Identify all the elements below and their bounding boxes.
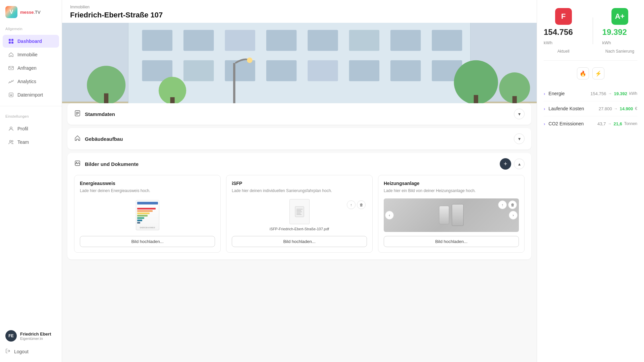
section-stammdaten: Stammdaten ▾ xyxy=(67,103,531,125)
energy-row-kosten[interactable]: › Laufende Kosten 27.800 → 14.900 € xyxy=(544,101,637,116)
kosten-value-new: 14.900 xyxy=(620,106,633,111)
bilder-dokumente-chevron[interactable]: ▴ xyxy=(514,159,525,169)
fire-mode-button[interactable]: 🔥 xyxy=(577,67,589,79)
doc-card-isfp: iSFP Lade hier deinen individuellen Sani… xyxy=(226,175,373,253)
svg-rect-19 xyxy=(432,30,462,51)
svg-rect-25 xyxy=(349,60,379,81)
mail-icon xyxy=(8,65,14,71)
energieausweis-subtitle: Lade hier deinen Energieausweis hoch. xyxy=(80,188,215,194)
isfp-upload-button[interactable]: Bild hochladen... xyxy=(232,236,367,247)
svg-point-37 xyxy=(247,58,252,63)
sidebar-settings-nav: Profil Team xyxy=(0,120,62,150)
gebaudeaufbau-chevron[interactable]: ▾ xyxy=(514,133,525,144)
property-image xyxy=(62,23,537,103)
stammdaten-header-left: Stammdaten xyxy=(74,110,115,118)
team-icon xyxy=(8,139,14,145)
co2-values: 43,7 → 21,6 Tonnen xyxy=(597,121,637,126)
svg-rect-14 xyxy=(225,30,255,51)
logout-item[interactable]: Logout xyxy=(3,345,59,358)
kosten-arrow-icon: → xyxy=(614,107,618,111)
sidebar-item-anfragen[interactable]: Anfragen xyxy=(3,62,59,74)
user-profile-row: FE Friedrich Ebert Eigentümer:in xyxy=(3,327,59,345)
sidebar-item-team[interactable]: Team xyxy=(3,136,59,148)
svg-point-7 xyxy=(10,140,11,142)
sections-wrapper: Stammdaten ▾ Gebäudeaufbau xyxy=(62,103,537,268)
property-title-bar: Immobilien Friedrich-Ebert-Straße 107 xyxy=(62,0,537,23)
energy-rows: › Energie 154.756 → 19.392 kWh › Laufend… xyxy=(544,86,637,131)
svg-rect-17 xyxy=(349,30,379,51)
doc-card-heizungsanlage: Heizungsanlage Lade hier ein Bild von de… xyxy=(378,175,525,253)
isfp-filename: iSFP-Friedrich-Ebert-Straße-107.pdf xyxy=(270,227,329,231)
bilder-dokumente-controls: + ▴ xyxy=(500,158,525,170)
gebaudeaufbau-header[interactable]: Gebäudeaufbau ▾ xyxy=(67,128,531,149)
doc-card-energieausweis: Energieausweis Lade hier deinen Energiea… xyxy=(74,175,221,253)
svg-rect-0 xyxy=(9,39,11,41)
stammdaten-header[interactable]: Stammdaten ▾ xyxy=(67,103,531,125)
bilder-dokumente-header[interactable]: Bilder und Dokumente + ▴ xyxy=(67,153,531,175)
energy-divider xyxy=(593,17,593,44)
energie-values: 154.756 → 19.392 kWh xyxy=(590,91,637,96)
svg-rect-26 xyxy=(390,60,421,81)
section-bilder-dokumente: Bilder und Dokumente + ▴ Energieausweis … xyxy=(67,153,531,259)
logo-area: V messe.TV xyxy=(0,0,62,21)
kosten-expand-icon: › xyxy=(544,106,545,111)
energie-arrow-icon: → xyxy=(608,92,612,96)
heizungsanlage-preview: ↑ 🗑 ‹ xyxy=(384,198,519,232)
bilder-dokumente-title: Bilder und Dokumente xyxy=(85,161,139,167)
svg-rect-31 xyxy=(170,97,174,103)
isfp-title: iSFP xyxy=(232,181,367,186)
sidebar-item-datenimport[interactable]: Datenimport xyxy=(3,88,59,101)
energy-badge-after: A+ 19.392 kWh Nach Sanierung xyxy=(602,8,637,54)
heizungsanlage-share-button[interactable]: ↑ xyxy=(498,200,507,209)
logout-label: Logout xyxy=(14,349,29,354)
heizungsanlage-prev-button[interactable]: ‹ xyxy=(385,211,394,220)
svg-rect-3 xyxy=(11,42,13,44)
svg-rect-2 xyxy=(9,42,11,44)
property-header: Immobilien Friedrich-Ebert-Straße 107 xyxy=(62,0,537,103)
sidebar-item-dashboard[interactable]: Dashboard xyxy=(3,35,59,48)
co2-label: CO2 Emissionen xyxy=(548,121,597,126)
energy-action-buttons: 🔥 ⚡ xyxy=(544,67,637,79)
stammdaten-chevron[interactable]: ▾ xyxy=(514,109,525,119)
sidebar-bottom: FE Friedrich Ebert Eigentümer:in Logout xyxy=(0,323,62,362)
energy-badges: F 154.756 kWh Aktuell A+ 19.392 kWh Nach… xyxy=(544,8,637,61)
energy-row-co2[interactable]: › CO2 Emissionen 43,7 → 21,6 Tonnen xyxy=(544,116,637,131)
co2-value-old: 43,7 xyxy=(597,121,606,126)
bolt-mode-button[interactable]: ⚡ xyxy=(592,67,604,79)
user-info: Friedrich Ebert Eigentümer:in xyxy=(20,331,51,341)
content-area: Immobilien Friedrich-Ebert-Straße 107 xyxy=(62,0,537,362)
sidebar-item-analytics[interactable]: Analytics xyxy=(3,75,59,88)
energieausweis-upload-button[interactable]: Bild hochladen... xyxy=(80,236,215,247)
home-icon xyxy=(8,52,14,58)
svg-rect-1 xyxy=(11,39,13,41)
svg-rect-15 xyxy=(266,30,297,51)
sidebar: V messe.TV Allgemein Dashboard xyxy=(0,0,62,362)
nav-divider xyxy=(0,106,62,106)
energy-label-current: Aktuell xyxy=(557,49,570,54)
heizungsanlage-next-button[interactable]: › xyxy=(509,211,518,220)
kosten-label: Laufende Kosten xyxy=(548,106,598,111)
svg-rect-21 xyxy=(183,60,214,81)
isfp-share-button[interactable]: ↑ xyxy=(347,200,356,209)
section-allgemein-label: Allgemein xyxy=(0,21,62,33)
user-role: Eigentümer:in xyxy=(20,337,51,341)
co2-expand-icon: › xyxy=(544,121,545,126)
heizungsanlage-actions: ↑ 🗑 xyxy=(498,200,517,209)
bilder-dokumente-icon xyxy=(74,160,81,168)
app-logo-icon: V xyxy=(5,6,17,18)
isfp-delete-button[interactable]: 🗑 xyxy=(357,200,366,209)
svg-rect-23 xyxy=(266,60,297,81)
sidebar-nav: Dashboard Immobilie Anfragen xyxy=(0,33,62,103)
gebaudeaufbau-icon xyxy=(74,135,81,143)
heizungsanlage-upload-button[interactable]: Bild hochladen... xyxy=(384,236,519,247)
heizungsanlage-delete-button[interactable]: 🗑 xyxy=(508,200,517,209)
energie-expand-icon: › xyxy=(544,91,545,96)
add-document-button[interactable]: + xyxy=(500,158,511,170)
energy-row-energie[interactable]: › Energie 154.756 → 19.392 kWh xyxy=(544,86,637,101)
sidebar-item-profil[interactable]: Profil xyxy=(3,122,59,135)
svg-rect-33 xyxy=(474,95,478,103)
sidebar-item-immobilie[interactable]: Immobilie xyxy=(3,48,59,61)
documents-grid: Energieausweis Lade hier deinen Energiea… xyxy=(67,175,531,259)
energy-value-after: 19.392 kWh xyxy=(602,27,637,46)
energy-badge-current: F 154.756 kWh Aktuell xyxy=(544,8,583,54)
